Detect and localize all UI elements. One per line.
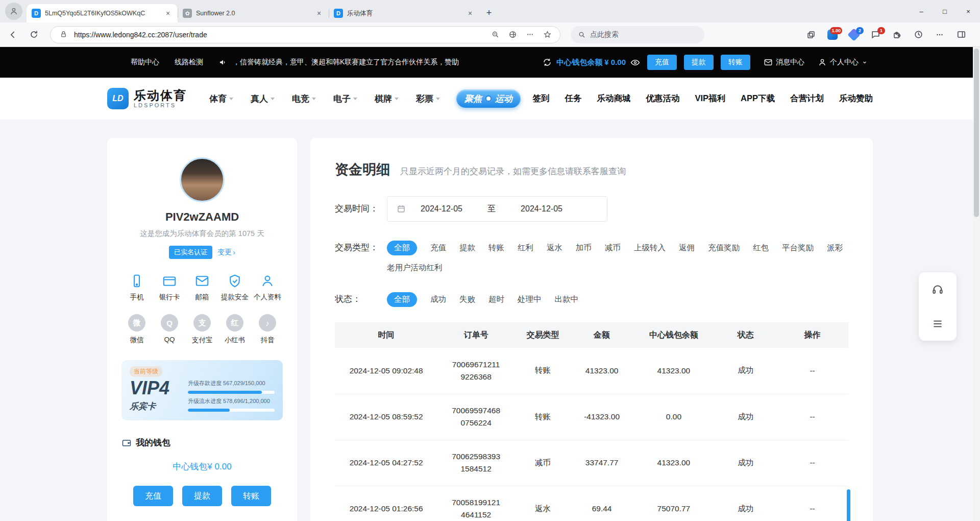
topbar-withdraw-button[interactable]: 提款 [684, 55, 714, 70]
transfer-button[interactable]: 转账 [231, 486, 271, 506]
tab-close-icon[interactable]: × [465, 9, 475, 18]
translate-icon[interactable] [506, 28, 519, 41]
vip-level-card[interactable]: 当前等级 VIP4 乐宾卡 升级存款进度 567,029/150,000 升级流… [121, 360, 283, 420]
status-pill[interactable]: 成功 [430, 294, 446, 305]
verified-badge[interactable]: 已实名认证 [169, 246, 212, 259]
type-pill[interactable]: 平台奖励 [782, 243, 814, 253]
menu-esports[interactable]: 电竞 [292, 93, 316, 105]
browser-tab-active[interactable]: D 5LmQ5Yqo5L2T6IKyfOS5kOWKqC × [27, 4, 178, 22]
nav-tasks[interactable]: 任务 [565, 93, 581, 104]
refresh-button[interactable] [26, 27, 42, 43]
type-pill[interactable]: 返水 [547, 243, 562, 253]
url-text[interactable]: https://www.ledong842.cc:2087/user/trade [74, 31, 484, 39]
lock-icon[interactable] [57, 28, 70, 41]
status-pill[interactable]: 超时 [488, 294, 504, 305]
user-avatar[interactable] [180, 157, 225, 202]
tab-close-icon[interactable]: × [314, 9, 324, 18]
status-pill-all[interactable]: 全部 [387, 292, 417, 307]
type-pill[interactable]: 加币 [576, 243, 592, 253]
type-pill[interactable]: 老用户活动红利 [387, 263, 443, 273]
nav-sponsor[interactable]: 乐动赞助 [839, 93, 873, 104]
address-bar[interactable]: https://www.ledong842.cc:2087/user/trade [50, 26, 560, 43]
eye-icon[interactable] [630, 58, 640, 67]
menu-live[interactable]: 真人 [251, 93, 275, 105]
type-pill[interactable]: 减币 [605, 243, 621, 253]
type-pill[interactable]: 提款 [459, 243, 475, 253]
side-menu-button[interactable] [919, 306, 957, 341]
type-pill[interactable]: 充值 [430, 243, 446, 253]
change-link[interactable]: 变更 › [217, 248, 235, 257]
bind-wechat[interactable]: 微 微信 [121, 314, 152, 345]
topbar-transfer-button[interactable]: 转账 [721, 55, 750, 70]
status-pill[interactable]: 失败 [459, 294, 475, 305]
menu-slots[interactable]: 电子 [333, 93, 357, 105]
bind-withdraw-safety[interactable]: 提款安全 [219, 273, 250, 302]
scrollbar-thumb[interactable] [974, 49, 979, 217]
bind-email[interactable]: 邮箱 [187, 273, 217, 302]
chat-extension-button[interactable]: 1 [866, 26, 885, 43]
type-pill[interactable]: 上级转入 [634, 243, 666, 253]
browser-search-box[interactable]: 点此搜索 [571, 26, 704, 43]
nav-vip[interactable]: VIP福利 [695, 93, 725, 104]
wallet-extension-button[interactable]: 1.00 [823, 26, 842, 43]
collections-button[interactable] [801, 26, 821, 43]
line-check-link[interactable]: 线路检测 [175, 58, 203, 67]
table-scrollbar-thumb[interactable] [847, 489, 850, 521]
type-pill[interactable]: 转账 [488, 243, 504, 253]
more-icon[interactable] [523, 28, 536, 41]
type-pill[interactable]: 红利 [518, 243, 533, 253]
bind-alipay[interactable]: 支 支付宝 [187, 314, 217, 345]
nav-app-download[interactable]: APP下载 [741, 93, 775, 104]
nav-checkin[interactable]: 签到 [532, 93, 549, 104]
focus-sports-badge[interactable]: 聚焦 运动 [456, 89, 521, 108]
nav-mall[interactable]: 乐动商城 [597, 93, 630, 104]
status-pill[interactable]: 出款中 [555, 294, 579, 305]
menu-cards[interactable]: 棋牌 [375, 93, 399, 105]
site-logo[interactable]: LD 乐动体育 LDSPORTS [107, 88, 187, 109]
date-to-value[interactable]: 2024-12-05 [508, 204, 575, 214]
help-center-link[interactable]: 帮助中心 [131, 58, 159, 67]
bind-phone[interactable]: 手机 [121, 273, 152, 302]
type-pill[interactable]: 返佣 [679, 243, 695, 253]
maximize-button[interactable]: □ [933, 0, 957, 22]
topbar-deposit-button[interactable]: 充值 [647, 55, 677, 70]
withdraw-button[interactable]: 提款 [182, 486, 222, 506]
nav-affiliate[interactable]: 合营计划 [790, 93, 824, 104]
tab-close-icon[interactable]: × [163, 9, 173, 18]
close-button[interactable]: × [957, 0, 980, 22]
history-button[interactable] [909, 26, 928, 43]
bind-bank-card[interactable]: 银行卡 [154, 273, 185, 302]
bind-xiaohongshu[interactable]: 红 小红书 [219, 314, 250, 345]
message-center-link[interactable]: 消息中心 [764, 58, 804, 67]
nav-promotions[interactable]: 优惠活动 [646, 93, 679, 104]
status-pill[interactable]: 处理中 [518, 294, 542, 305]
date-from-value[interactable]: 2024-12-05 [408, 204, 475, 214]
type-pill[interactable]: 派彩 [827, 243, 843, 253]
settings-more-button[interactable] [930, 26, 949, 43]
browser-tab[interactable]: D 乐动体育 × [329, 4, 480, 22]
type-pill[interactable]: 红包 [753, 243, 769, 253]
menu-lottery[interactable]: 彩票 [416, 93, 440, 105]
back-button[interactable] [5, 27, 21, 43]
favorite-star-icon[interactable] [541, 28, 554, 41]
customer-service-button[interactable] [919, 272, 957, 306]
menu-sports[interactable]: 体育 [209, 93, 233, 105]
new-tab-button[interactable]: + [482, 6, 496, 20]
extensions-button[interactable] [887, 26, 906, 43]
browser-tab[interactable]: ✿ Sunflower 2.0 × [178, 4, 329, 22]
refresh-balance-icon[interactable] [543, 58, 552, 67]
bind-personal-info[interactable]: 个人资料 [252, 273, 283, 302]
type-pill-all[interactable]: 全部 [387, 241, 417, 255]
personal-center-link[interactable]: 个人中心 [818, 58, 868, 67]
sidebar-toggle-button[interactable] [951, 26, 971, 43]
type-pill[interactable]: 充值奖励 [708, 243, 740, 253]
browser-profile-button[interactable] [5, 3, 22, 20]
bind-douyin[interactable]: ♪ 抖音 [252, 314, 283, 345]
zoom-icon[interactable] [488, 28, 502, 41]
date-range-picker[interactable]: 2024-12-05 至 2024-12-05 [387, 196, 607, 222]
minimize-button[interactable]: – [910, 0, 933, 22]
game-extension-button[interactable]: 2 [844, 26, 864, 43]
page-scrollbar[interactable] [973, 47, 980, 521]
bind-qq[interactable]: Q QQ [154, 314, 185, 345]
deposit-button[interactable]: 充值 [133, 486, 173, 506]
